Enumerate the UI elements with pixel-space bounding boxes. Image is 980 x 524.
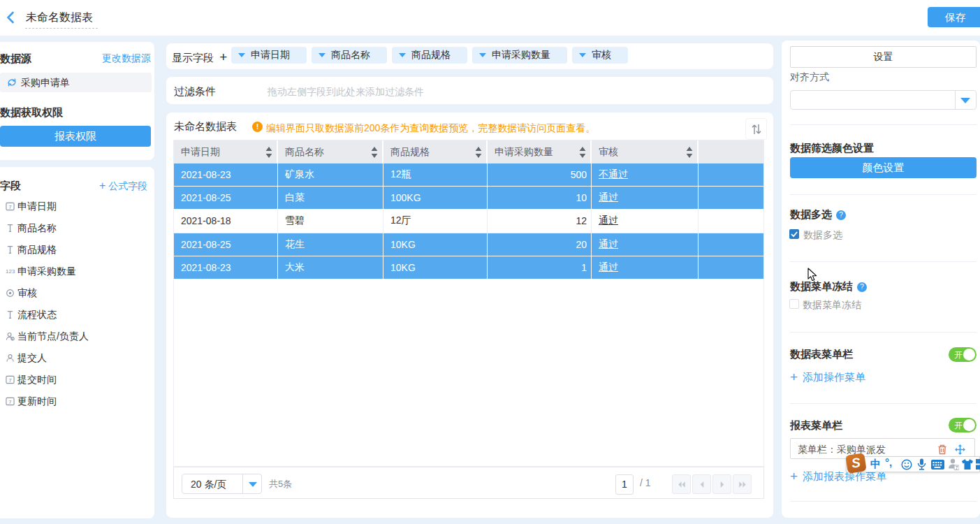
svg-text:7: 7 [8,204,11,210]
svg-text:7: 7 [8,399,11,405]
svg-text:7: 7 [8,377,11,384]
svg-text:7: 7 [956,465,958,470]
